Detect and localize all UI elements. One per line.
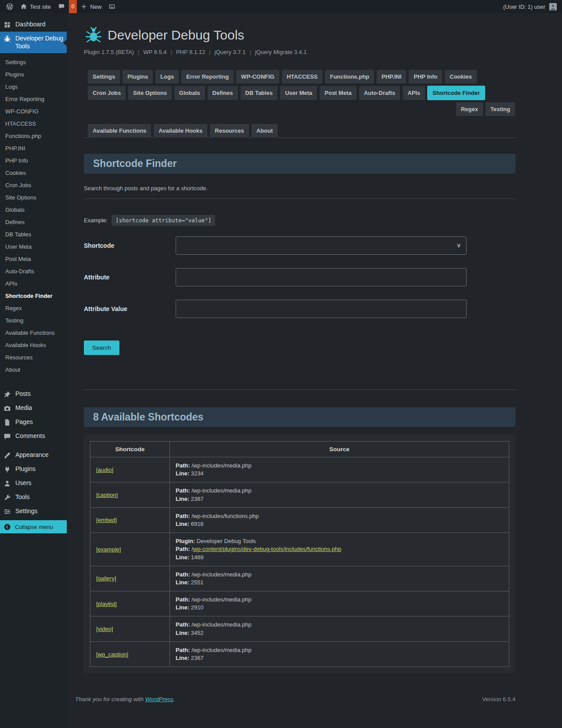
tab-apis[interactable]: APIs bbox=[402, 86, 425, 100]
shortcode-link[interactable]: [wp_caption] bbox=[96, 651, 128, 658]
tab-auto-drafts[interactable]: Auto-Drafts bbox=[359, 86, 401, 100]
tab-user-meta[interactable]: User Meta bbox=[280, 86, 317, 100]
sidebar-subitem-db-tables[interactable]: DB Tables bbox=[0, 228, 67, 240]
sidebar-item-posts[interactable]: Posts bbox=[0, 387, 67, 401]
shortcode-select[interactable] bbox=[176, 236, 467, 255]
source-cell: Path: /wp-includes/media.phpLine: 3452 bbox=[170, 616, 509, 641]
shortcode-link[interactable]: [video] bbox=[96, 626, 113, 632]
tab-functions-php[interactable]: Functions.php bbox=[324, 69, 375, 84]
table-row: [video]Path: /wp-includes/media.phpLine:… bbox=[90, 616, 509, 641]
sidebar-item-label: Developer Debug Tools bbox=[15, 35, 63, 50]
tab-shortcode-finder[interactable]: Shortcode Finder bbox=[427, 86, 485, 100]
screenshot-bar-button[interactable] bbox=[105, 0, 119, 13]
meta-separator: | bbox=[138, 49, 139, 55]
tab-defines[interactable]: Defines bbox=[207, 86, 238, 100]
sidebar-item-appearance[interactable]: Appearance bbox=[0, 448, 67, 462]
comments-bar-link[interactable]: 0 bbox=[54, 0, 77, 13]
shortcode-link[interactable]: [example] bbox=[96, 546, 121, 553]
attribute-input[interactable] bbox=[176, 268, 467, 286]
wp-logo-button[interactable] bbox=[3, 0, 17, 13]
avatar[interactable] bbox=[549, 3, 557, 11]
subtab-resources[interactable]: Resources bbox=[209, 123, 249, 138]
field-label-attribute: Attribute bbox=[84, 274, 176, 281]
sidebar-item-settings[interactable]: Settings bbox=[0, 504, 67, 518]
sidebar-item-users[interactable]: Users bbox=[0, 476, 67, 490]
meta-separator: | bbox=[209, 49, 210, 55]
sidebar-subitem-apis[interactable]: APIs bbox=[0, 277, 67, 290]
sidebar-subitem-wp-config[interactable]: WP-CONFIG bbox=[0, 105, 67, 117]
sidebar-item-plugins[interactable]: Plugins bbox=[0, 462, 67, 476]
sidebar-subitem-php-ini[interactable]: PHP.INI bbox=[0, 142, 67, 154]
sidebar-subitem-logs[interactable]: Logs bbox=[0, 80, 67, 93]
sidebar-subitem-cookies[interactable]: Cookies bbox=[0, 167, 67, 179]
tab-row: RegexTesting bbox=[87, 102, 515, 116]
sidebar-subitem-post-meta[interactable]: Post Meta bbox=[0, 253, 67, 265]
subtab-available-functions[interactable]: Available Functions bbox=[87, 123, 151, 138]
new-label: New bbox=[90, 4, 101, 10]
shortcode-link[interactable]: [embed] bbox=[96, 517, 117, 523]
site-name-link[interactable]: Test site bbox=[17, 0, 54, 13]
tab-settings[interactable]: Settings bbox=[87, 69, 120, 84]
sidebar-subitem-testing[interactable]: Testing bbox=[0, 314, 67, 326]
wordpress-link[interactable]: WordPress bbox=[145, 696, 173, 703]
tab-cron-jobs[interactable]: Cron Jobs bbox=[87, 86, 126, 100]
source-path-link[interactable]: wp-content/plugins/dev-debug-tools/inclu… bbox=[193, 546, 342, 552]
search-button[interactable]: Search bbox=[84, 340, 119, 355]
sidebar-subitem-about[interactable]: About bbox=[0, 363, 67, 376]
tab-wp-config[interactable]: WP-CONFIG bbox=[236, 69, 280, 84]
source-line: Line: 3452 bbox=[176, 629, 503, 637]
table-header-row: Shortcode Source bbox=[90, 442, 509, 457]
subtab-about[interactable]: About bbox=[251, 123, 278, 138]
sidebar-subitem-auto-drafts[interactable]: Auto-Drafts bbox=[0, 265, 67, 277]
sidebar-subitem-php-info[interactable]: PHP Info bbox=[0, 154, 67, 167]
tab-globals[interactable]: Globals bbox=[174, 86, 205, 100]
sidebar-item-media[interactable]: Media bbox=[0, 401, 67, 415]
example-label: Example: bbox=[84, 217, 108, 224]
tab-error-reporting[interactable]: Error Reporting bbox=[181, 69, 234, 84]
tab-site-options[interactable]: Site Options bbox=[128, 86, 172, 100]
tab-php-ini[interactable]: PHP.INI bbox=[376, 69, 407, 84]
shortcode-link[interactable]: [caption] bbox=[96, 492, 118, 498]
table-row: [gallery]Path: /wp-includes/media.phpLin… bbox=[90, 566, 509, 591]
collapse-menu-button[interactable]: Collapse menu bbox=[0, 520, 67, 533]
attribute-value-input[interactable] bbox=[176, 300, 467, 318]
sidebar-subitem-htaccess[interactable]: HTACCESS bbox=[0, 117, 67, 130]
sidebar-item-comments[interactable]: Comments bbox=[0, 429, 67, 443]
tab-php-info[interactable]: PHP Info bbox=[408, 69, 443, 84]
tab-db-tables[interactable]: DB Tables bbox=[240, 86, 278, 100]
tab-testing[interactable]: Testing bbox=[485, 102, 515, 116]
sidebar-subitem-resources[interactable]: Resources bbox=[0, 351, 67, 363]
sidebar-subitem-functions-php[interactable]: Functions.php bbox=[0, 130, 67, 142]
new-content-button[interactable]: New bbox=[77, 0, 105, 13]
sidebar-subitem-shortcode-finder[interactable]: Shortcode Finder bbox=[0, 290, 67, 302]
sidebar-item-tools[interactable]: Tools bbox=[0, 490, 67, 504]
sidebar-subitem-settings[interactable]: Settings bbox=[0, 56, 67, 68]
sidebar-subitem-regex[interactable]: Regex bbox=[0, 302, 67, 314]
sidebar-subitem-available-hooks[interactable]: Available Hooks bbox=[0, 339, 67, 351]
sidebar-item-dashboard[interactable]: Dashboard bbox=[0, 18, 67, 32]
shortcode-link[interactable]: [audio] bbox=[96, 467, 113, 473]
tab-post-meta[interactable]: Post Meta bbox=[319, 86, 357, 100]
tab-regex[interactable]: Regex bbox=[456, 102, 483, 116]
tab-logs[interactable]: Logs bbox=[155, 69, 179, 84]
sidebar-subitem-plugins[interactable]: Plugins bbox=[0, 68, 67, 80]
footer-version: Version 6.5.4 bbox=[482, 696, 515, 703]
shortcode-link[interactable]: [playlist] bbox=[96, 601, 117, 607]
tab-htaccess[interactable]: HTACCESS bbox=[281, 69, 323, 84]
main-content: Developer Debug Tools Plugin 1.7.5 (BETA… bbox=[67, 13, 562, 728]
sidebar-item-pages[interactable]: Pages bbox=[0, 415, 67, 429]
tab-cookies[interactable]: Cookies bbox=[444, 69, 477, 84]
sidebar-subitem-defines[interactable]: Defines bbox=[0, 216, 67, 228]
shortcode-link[interactable]: [gallery] bbox=[96, 575, 116, 582]
settings-icon bbox=[4, 508, 11, 515]
sidebar-item-label: Tools bbox=[15, 493, 30, 501]
sidebar-subitem-cron-jobs[interactable]: Cron Jobs bbox=[0, 179, 67, 191]
sidebar-subitem-error-reporting[interactable]: Error Reporting bbox=[0, 93, 67, 105]
sidebar-subitem-site-options[interactable]: Site Options bbox=[0, 191, 67, 203]
tab-plugins[interactable]: Plugins bbox=[122, 69, 153, 84]
sidebar-subitem-user-meta[interactable]: User Meta bbox=[0, 240, 67, 253]
sidebar-subitem-available-functions[interactable]: Available Functions bbox=[0, 326, 67, 339]
subtab-available-hooks[interactable]: Available Hooks bbox=[153, 123, 208, 138]
sidebar-item-developer-debug-tools[interactable]: Developer Debug Tools bbox=[0, 32, 67, 53]
sidebar-subitem-globals[interactable]: Globals bbox=[0, 203, 67, 216]
